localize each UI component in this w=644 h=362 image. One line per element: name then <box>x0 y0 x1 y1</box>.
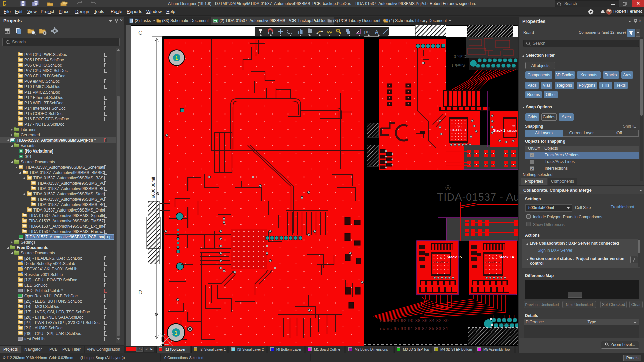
svg-text:nc 96 94 92 90 88 86 84 82 80: nc 96 94 92 90 88 86 84 82 80 <box>380 318 449 323</box>
svg-text:6006.00mil: 6006.00mil <box>151 177 156 198</box>
svg-text:nc nc 95 93 91 89 87 85 83 81: nc nc 95 93 91 89 87 85 83 81 <box>380 326 449 331</box>
svg-text:Cells 0: Cells 0 <box>454 54 466 59</box>
svg-text:R: R <box>447 187 449 190</box>
svg-text:Stack 14: Stack 14 <box>499 255 514 259</box>
svg-text:[10]: [10] <box>364 30 370 34</box>
svg-text:Stack 15: Stack 15 <box>447 255 462 259</box>
svg-text:CELL90_1: CELL90_1 <box>433 260 448 263</box>
svg-text:D: D <box>138 289 142 296</box>
svg-text:C: C <box>138 29 142 36</box>
svg-text:49: 49 <box>512 124 515 127</box>
svg-text:CELL6: CELL6 <box>507 129 517 132</box>
svg-text:49: 49 <box>492 257 494 259</box>
svg-text:A: A <box>375 29 379 35</box>
svg-text:TIDA-01537 - Auto: TIDA-01537 - Auto <box>437 191 518 203</box>
svg-text:Stack 1: Stack 1 <box>451 63 465 67</box>
svg-text:Stack 1: Stack 1 <box>493 128 505 132</box>
svg-text:49: 49 <box>457 124 460 127</box>
svg-text:CELL0_1: CELL0_1 <box>450 128 466 132</box>
svg-text:CELL84_1: CELL84_1 <box>485 260 500 263</box>
svg-text:1: 1 <box>175 55 178 61</box>
svg-text:1: 1 <box>175 330 177 336</box>
svg-text:49: 49 <box>440 257 442 259</box>
